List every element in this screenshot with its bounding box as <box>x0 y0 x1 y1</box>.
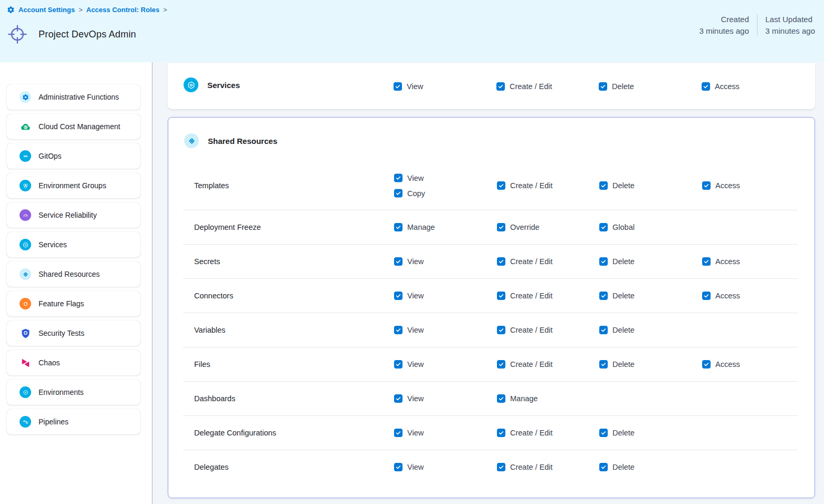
checkbox-checked-icon[interactable] <box>702 292 711 300</box>
settings-gear-icon[interactable] <box>7 6 15 14</box>
checkbox-checked-icon[interactable] <box>394 223 403 231</box>
checkbox-checked-icon[interactable] <box>599 82 607 91</box>
checkbox-checked-icon[interactable] <box>394 82 402 91</box>
checkbox-manage[interactable]: Manage <box>394 223 435 231</box>
checkbox-label: Create / Edit <box>510 326 553 334</box>
checkbox-checked-icon[interactable] <box>599 326 608 334</box>
checkbox-checked-icon[interactable] <box>497 292 505 300</box>
checkbox-checked-icon[interactable] <box>394 174 403 182</box>
checkbox-view[interactable]: View <box>394 174 425 182</box>
sidebar-item-gitops[interactable]: GitOps <box>7 143 140 169</box>
checkbox-label: Access <box>715 360 740 369</box>
checkbox-delete[interactable]: Delete <box>599 181 635 190</box>
checkbox-checked-icon[interactable] <box>599 223 608 231</box>
permission-row-files: FilesViewCreate / EditDeleteAccess <box>168 347 815 381</box>
breadcrumb-account-settings[interactable]: Account Settings <box>18 6 75 14</box>
checkbox-manage[interactable]: Manage <box>497 394 538 403</box>
checkbox-copy[interactable]: Copy <box>394 189 425 198</box>
checkbox-view[interactable]: View <box>394 292 424 300</box>
checkbox-create-edit[interactable]: Create / Edit <box>497 257 553 266</box>
checkbox-create-edit[interactable]: Create / Edit <box>497 181 553 190</box>
sidebar-item-cloud-cost-management[interactable]: $Cloud Cost Management <box>7 114 140 139</box>
checkbox-checked-icon[interactable] <box>702 181 711 190</box>
permission-row-delegates: DelegatesViewCreate / EditDelete <box>168 450 815 484</box>
checkbox-access[interactable]: Access <box>702 257 740 266</box>
checkbox-checked-icon[interactable] <box>394 257 403 266</box>
checkbox-checked-icon[interactable] <box>394 360 403 369</box>
checkbox-delete[interactable]: Delete <box>599 292 635 300</box>
sidebar-item-administrative-functions[interactable]: Administrative Functions <box>7 84 140 110</box>
checkbox-view[interactable]: View <box>394 257 424 266</box>
gear-icon <box>20 91 31 103</box>
checkbox-checked-icon[interactable] <box>497 429 505 437</box>
checkbox-checked-icon[interactable] <box>599 463 608 471</box>
checkbox-create-edit[interactable]: Create / Edit <box>497 360 553 369</box>
checkbox-access[interactable]: Access <box>702 181 740 190</box>
sidebar-item-environments[interactable]: Environments <box>7 380 140 405</box>
checkbox-checked-icon[interactable] <box>394 394 403 403</box>
checkbox-view[interactable]: View <box>394 429 424 437</box>
sidebar-item-shared-resources[interactable]: Shared Resources <box>7 261 140 287</box>
checkbox-view[interactable]: View <box>394 326 424 334</box>
checkbox-access[interactable]: Access <box>702 360 740 369</box>
checkbox-override[interactable]: Override <box>497 223 540 231</box>
checkbox-global[interactable]: Global <box>599 223 635 231</box>
resource-row-label: Templates <box>194 181 229 190</box>
services-permissions-card: Services ViewCreate / EditDeleteAccess <box>168 63 815 109</box>
sidebar-item-security-tests[interactable]: Security Tests <box>7 321 140 346</box>
checkbox-checked-icon[interactable] <box>497 463 505 471</box>
sidebar-item-environment-groups[interactable]: Environment Groups <box>7 173 140 198</box>
sidebar-item-services[interactable]: Services <box>7 232 140 257</box>
checkbox-create-edit[interactable]: Create / Edit <box>496 82 552 91</box>
checkbox-checked-icon[interactable] <box>599 429 608 437</box>
checkbox-delete[interactable]: Delete <box>599 326 635 334</box>
checkbox-create-edit[interactable]: Create / Edit <box>497 429 553 437</box>
checkbox-checked-icon[interactable] <box>394 189 403 198</box>
checkbox-delete[interactable]: Delete <box>599 360 635 369</box>
sidebar-item-service-reliability[interactable]: Service Reliability <box>7 202 140 228</box>
checkbox-checked-icon[interactable] <box>497 360 505 369</box>
permission-row-delegate-configurations: Delegate ConfigurationsViewCreate / Edit… <box>168 415 815 450</box>
checkbox-checked-icon[interactable] <box>599 257 608 266</box>
checkbox-delete[interactable]: Delete <box>599 429 635 437</box>
checkbox-checked-icon[interactable] <box>496 82 505 91</box>
checkbox-checked-icon[interactable] <box>497 223 505 231</box>
checkbox-checked-icon[interactable] <box>394 326 403 334</box>
permission-cell-col2: Create / Edit <box>497 181 553 190</box>
permission-cell-col2: Create / Edit <box>497 292 553 300</box>
checkbox-checked-icon[interactable] <box>497 326 505 334</box>
checkbox-checked-icon[interactable] <box>702 360 711 369</box>
checkbox-label: Global <box>612 223 635 231</box>
checkbox-checked-icon[interactable] <box>599 360 608 369</box>
checkbox-label: Create / Edit <box>510 463 553 471</box>
created-label: Created <box>721 15 749 24</box>
checkbox-checked-icon[interactable] <box>394 292 403 300</box>
checkbox-checked-icon[interactable] <box>702 82 710 91</box>
checkbox-checked-icon[interactable] <box>394 463 403 471</box>
checkbox-create-edit[interactable]: Create / Edit <box>497 463 553 471</box>
checkbox-checked-icon[interactable] <box>497 181 505 190</box>
permission-cell-col3: Delete <box>599 326 635 334</box>
checkbox-access[interactable]: Access <box>702 292 740 300</box>
sidebar-item-feature-flags[interactable]: Feature Flags <box>7 291 140 316</box>
checkbox-delete[interactable]: Delete <box>599 82 634 91</box>
checkbox-checked-icon[interactable] <box>702 257 711 266</box>
breadcrumb-access-control-roles[interactable]: Access Control: Roles <box>87 6 160 14</box>
checkbox-view[interactable]: View <box>394 394 424 403</box>
checkbox-create-edit[interactable]: Create / Edit <box>497 326 553 334</box>
checkbox-checked-icon[interactable] <box>497 394 505 403</box>
checkbox-view[interactable]: View <box>394 360 424 369</box>
checkbox-view[interactable]: View <box>394 463 424 471</box>
checkbox-view[interactable]: View <box>394 82 423 91</box>
checkbox-access[interactable]: Access <box>702 82 740 91</box>
checkbox-checked-icon[interactable] <box>599 292 608 300</box>
checkbox-checked-icon[interactable] <box>394 429 403 437</box>
checkbox-delete[interactable]: Delete <box>599 257 635 266</box>
checkbox-create-edit[interactable]: Create / Edit <box>497 292 553 300</box>
checkbox-delete[interactable]: Delete <box>599 463 635 471</box>
checkbox-label: Delete <box>612 292 635 300</box>
checkbox-checked-icon[interactable] <box>599 181 608 190</box>
sidebar-item-pipelines[interactable]: Pipelines <box>7 409 140 434</box>
checkbox-checked-icon[interactable] <box>497 257 505 266</box>
sidebar-item-chaos[interactable]: Chaos <box>7 350 140 375</box>
